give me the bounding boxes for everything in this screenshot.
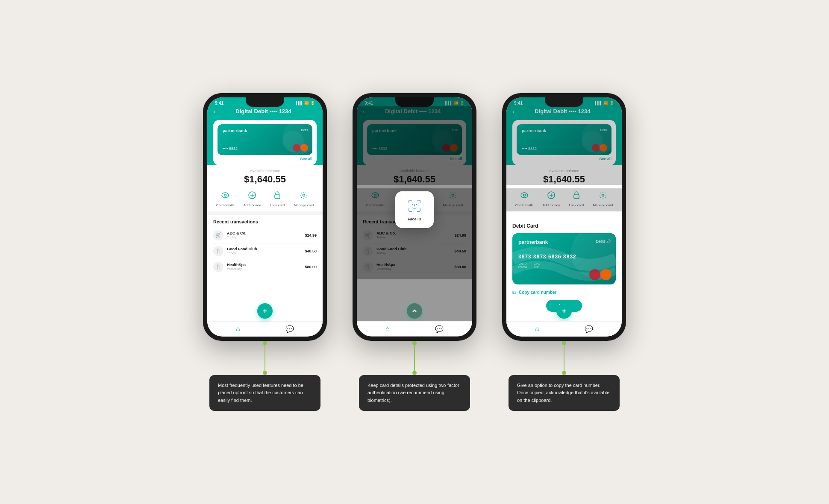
connector-line-2 [414, 345, 415, 371]
wifi-icon: 📶 [304, 101, 309, 105]
big-card-meta: VALID 09/24 CVC 890 [518, 262, 610, 269]
transaction-item-3: 🍴 HealthSpa Yesterday $80.00 [213, 259, 317, 275]
status-icons-3: ▌▌▌ 📶 🔋 [595, 101, 614, 105]
card-area-3: partnerbank Debit •••• 8832 See all [506, 120, 622, 165]
debit-card-panel: Debit Card partnerbank Debit 🔊 3873 [506, 217, 622, 337]
caption-box-2: Keep card details protected using two-fa… [359, 375, 470, 411]
connector-dot-bottom-2 [412, 371, 417, 375]
bottom-nav-1: ⌂ 💬 [207, 321, 323, 337]
phone-3: 9:41 ▌▌▌ 📶 🔋 ‹ Digital Debit •••• 1234 [502, 93, 626, 341]
svg-point-13 [412, 204, 413, 205]
phones-row: 9:41 ▌▌▌ 📶 🔋 ‹ Digital Debit •••• 1234 [203, 93, 626, 411]
transaction-info-3: HealthSpa Yesterday [227, 263, 305, 271]
section-divider-1 [207, 211, 323, 215]
transaction-date-2: Today [227, 251, 305, 255]
copy-icon: ⧉ [512, 290, 516, 296]
transaction-date-3: Yesterday [227, 267, 305, 271]
svg-point-16 [523, 194, 526, 196]
connector-dot-top-2 [412, 341, 417, 345]
signal-icon: ▌▌▌ [296, 101, 303, 105]
transaction-name-3: HealthSpa [227, 263, 305, 267]
phone-section-1: 9:41 ▌▌▌ 📶 🔋 ‹ Digital Debit •••• 1234 [203, 93, 327, 411]
transaction-item-1: 🛒 ABC & Co. Today $24.99 [213, 228, 317, 243]
fab-2[interactable] [407, 303, 422, 319]
svg-point-21 [602, 194, 604, 196]
manage-card-label: Manage card [294, 203, 314, 207]
transaction-name-1: ABC & Co. [227, 231, 305, 235]
phone-1: 9:41 ▌▌▌ 📶 🔋 ‹ Digital Debit •••• 1234 [203, 93, 327, 341]
screen-2: 9:41 ▌▌▌ 📶 🔋 ‹ Digital Debit •••• 1234 [357, 97, 472, 337]
big-mastercard [594, 269, 611, 280]
big-bank-card: partnerbank Debit 🔊 3873 3873 6836 8832 … [512, 233, 616, 284]
mc-red [293, 144, 300, 152]
connector-dot-top-1 [263, 341, 267, 345]
transaction-icon-1: 🛒 [213, 230, 223, 240]
panel-title: Debit Card [512, 223, 616, 229]
transaction-item-2: 🍴 Good Food Club Today $40.50 [213, 243, 317, 259]
transaction-amount-2: $40.50 [305, 249, 317, 253]
connector-2 [412, 341, 417, 375]
big-debit-label: Debit 🔊 [596, 239, 611, 243]
copy-row[interactable]: ⧉ Copy card number [512, 290, 616, 296]
back-button-1[interactable]: ‹ [213, 108, 215, 115]
screen-3: 9:41 ▌▌▌ 📶 🔋 ‹ Digital Debit •••• 1234 [506, 97, 622, 337]
phone-section-2: 9:41 ▌▌▌ 📶 🔋 ‹ Digital Debit •••• 1234 [353, 93, 476, 411]
notch-1 [246, 97, 284, 107]
card-title-1: Digital Debit •••• 1234 [219, 108, 308, 114]
face-id-popup: Face ID [395, 191, 434, 228]
transaction-icon-3: 🍴 [213, 262, 223, 272]
balance-label-1: Available balance [213, 169, 317, 173]
card-details-label: Card details [216, 203, 235, 207]
connector-3 [562, 341, 566, 375]
page-container: 9:41 ▌▌▌ 📶 🔋 ‹ Digital Debit •••• 1234 [115, 93, 714, 411]
chat-icon[interactable]: 💬 [285, 325, 294, 333]
fab-3[interactable] [556, 303, 572, 319]
add-money-btn[interactable]: Add money [244, 188, 261, 207]
transactions-section-1: Recent transactions 🛒 ABC & Co. Today $2… [207, 215, 323, 279]
connector-dot-top-3 [562, 341, 566, 345]
card-white-box-1: partnerbank Debit •••• 8832 See all [213, 120, 317, 165]
add-money-label: Add money [244, 203, 261, 207]
svg-rect-5 [275, 195, 280, 199]
connector-dot-bottom-3 [562, 371, 566, 375]
plus-icon [245, 188, 259, 202]
face-id-label: Face ID [408, 217, 421, 221]
transaction-date-1: Today [227, 235, 305, 239]
caption-box-3: Give an option to copy the card number. … [509, 375, 620, 411]
svg-rect-20 [574, 195, 579, 199]
face-id-icon [407, 198, 422, 213]
manage-card-btn[interactable]: Manage card [294, 188, 314, 207]
connector-line-1 [265, 345, 265, 371]
balance-amount-1: $1,640.55 [213, 174, 317, 185]
status-icons-1: ▌▌▌ 📶 🔋 [296, 101, 315, 105]
bottom-nav-3: ⌂ 💬 [506, 321, 622, 337]
battery-icon: 🔋 [310, 101, 315, 105]
phone-section-3: 9:41 ▌▌▌ 📶 🔋 ‹ Digital Debit •••• 1234 [502, 93, 626, 411]
card-details-btn[interactable]: Card details [216, 188, 235, 207]
see-all-1[interactable]: See all [218, 157, 312, 161]
action-buttons-1: Card details Add money [207, 188, 323, 211]
svg-point-0 [222, 193, 229, 198]
screen-1: 9:41 ▌▌▌ 📶 🔋 ‹ Digital Debit •••• 1234 [207, 97, 323, 337]
bottom-nav-2: ⌂ 💬 [357, 321, 472, 337]
transaction-amount-1: $24.99 [305, 233, 317, 237]
home-icon[interactable]: ⌂ [236, 325, 240, 333]
fab-1[interactable] [257, 303, 273, 319]
transaction-amount-3: $80.00 [305, 265, 317, 269]
mc-orange [300, 144, 308, 152]
connector-line-3 [564, 345, 564, 371]
svg-point-6 [303, 194, 305, 196]
lock-card-btn[interactable]: Lock card [270, 188, 285, 207]
lock-icon [270, 188, 284, 202]
eye-icon [218, 188, 232, 202]
svg-point-15 [521, 193, 528, 198]
time-3: 9:41 [514, 101, 523, 105]
app-header-3: ‹ Digital Debit •••• 1234 [506, 106, 622, 120]
card-number-1: •••• 8832 [223, 147, 238, 151]
svg-point-1 [224, 194, 226, 196]
transaction-info-2: Good Food Club Today [227, 247, 305, 255]
transaction-name-2: Good Food Club [227, 247, 305, 251]
notch-3 [545, 97, 583, 107]
lock-card-label: Lock card [270, 203, 285, 207]
bank-card-1[interactable]: partnerbank Debit •••• 8832 [218, 124, 312, 155]
